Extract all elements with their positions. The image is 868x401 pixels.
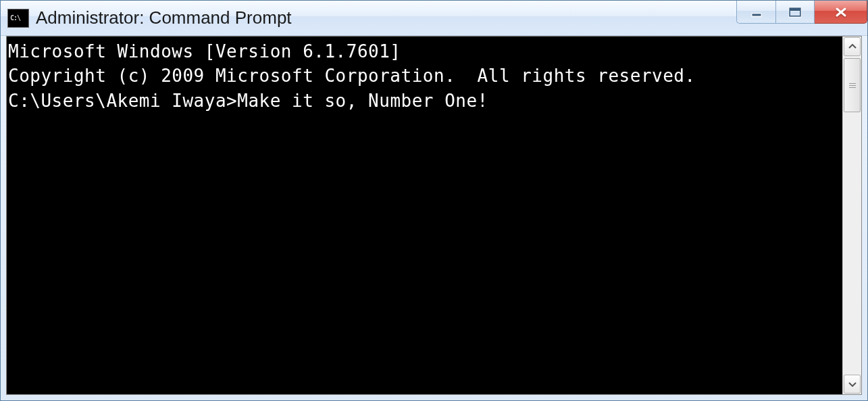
scroll-track[interactable]: [844, 57, 861, 374]
terminal-prompt-line: C:\Users\Akemi Iwaya>Make it so, Number …: [8, 89, 841, 113]
terminal-command: Make it so, Number One!: [237, 91, 488, 111]
terminal-output[interactable]: Microsoft Windows [Version 6.1.7601]Copy…: [7, 37, 842, 394]
titlebar[interactable]: C:\ Administrator: Command Prompt: [1, 1, 867, 36]
terminal-line: Microsoft Windows [Version 6.1.7601]: [8, 39, 841, 64]
maximize-icon: [788, 7, 802, 18]
cmd-icon: C:\: [7, 9, 29, 28]
terminal-line: Copyright (c) 2009 Microsoft Corporation…: [8, 64, 841, 88]
minimize-button[interactable]: [736, 1, 775, 24]
thumb-grip-line: [849, 85, 856, 86]
scroll-thumb[interactable]: [844, 58, 861, 112]
cmd-icon-text: C:\: [10, 14, 20, 22]
thumb-grip-line: [849, 83, 856, 84]
chevron-up-icon: [848, 44, 857, 49]
scroll-down-button[interactable]: [844, 375, 861, 394]
client-area: Microsoft Windows [Version 6.1.7601]Copy…: [6, 36, 862, 395]
terminal-prompt: C:\Users\Akemi Iwaya>: [8, 91, 237, 111]
close-button[interactable]: [815, 1, 867, 24]
maximize-button[interactable]: [775, 1, 815, 24]
scroll-up-button[interactable]: [844, 37, 861, 56]
vertical-scrollbar[interactable]: [842, 37, 861, 394]
command-prompt-window: C:\ Administrator: Command Prompt: [0, 0, 868, 401]
window-controls: [736, 1, 867, 25]
minimize-icon: [750, 7, 763, 17]
close-icon: [834, 7, 848, 18]
svg-rect-0: [752, 14, 761, 16]
thumb-grip-line: [849, 87, 856, 88]
svg-rect-2: [790, 8, 800, 11]
chevron-down-icon: [848, 381, 857, 387]
window-title: Administrator: Command Prompt: [36, 7, 736, 28]
